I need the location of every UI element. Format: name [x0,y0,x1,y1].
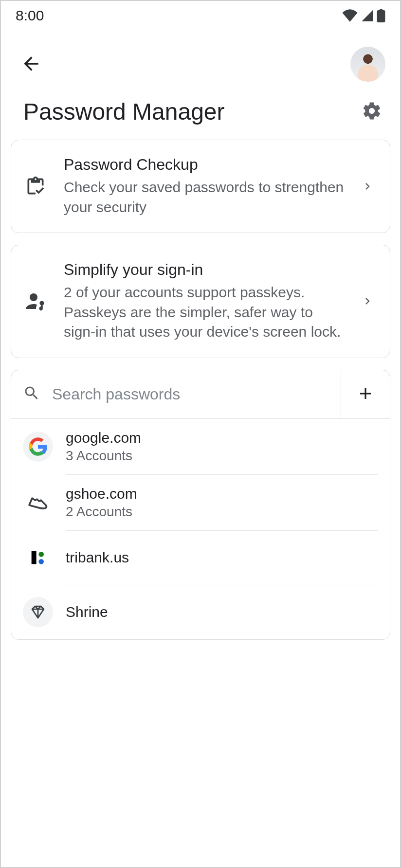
search-icon [23,384,40,404]
tribank-icon [23,542,53,573]
add-password-button[interactable] [341,370,390,418]
gear-icon [362,101,382,123]
search-area[interactable] [11,370,341,418]
title-row: Password Manager [1,98,400,140]
wifi-icon [342,9,358,22]
site-name: Shrine [66,604,378,620]
arrow-back-icon [20,53,42,76]
site-item-shrine[interactable]: Shrine [11,585,390,639]
site-name: gshoe.com [66,486,378,502]
chevron-right-icon [359,180,376,193]
cellular-icon [361,9,374,22]
passkeys-title: Simplify your sign-in [64,261,345,279]
diamond-icon [23,597,53,627]
site-item-tribank[interactable]: tribank.us [11,530,390,585]
chevron-right-icon [359,294,376,308]
search-input[interactable] [52,385,329,403]
status-time: 8:00 [16,7,44,24]
site-item-gshoe[interactable]: gshoe.com 2 Accounts [11,474,390,530]
site-name: google.com [66,430,378,446]
svg-point-4 [38,559,44,564]
passkeys-card[interactable]: Simplify your sign-in 2 of your accounts… [11,245,390,358]
account-avatar[interactable] [350,47,385,82]
site-sub: 2 Accounts [66,504,378,520]
clipboard-check-icon [21,176,50,197]
settings-button[interactable] [359,99,384,125]
svg-point-0 [30,293,37,301]
svg-rect-2 [32,551,36,564]
passkeys-desc: 2 of your accounts support passkeys. Pas… [64,283,345,342]
back-button[interactable] [18,52,44,77]
site-name: tribank.us [66,549,378,566]
page-title: Password Manager [23,98,225,125]
status-bar: 8:00 [1,1,400,30]
shoe-icon [23,487,53,517]
checkup-title: Password Checkup [64,156,345,174]
plus-icon [356,384,375,404]
password-list-card: google.com 3 Accounts gshoe.com 2 Accoun… [11,370,390,640]
google-icon [23,432,53,462]
svg-point-3 [38,552,44,557]
checkup-desc: Check your saved passwords to strengthen… [64,178,345,217]
battery-icon [377,9,385,22]
person-key-icon [21,289,50,313]
site-sub: 3 Accounts [66,448,378,464]
password-checkup-card[interactable]: Password Checkup Check your saved passwo… [11,140,390,233]
status-icons [342,9,385,22]
search-row [11,370,390,419]
site-item-google[interactable]: google.com 3 Accounts [11,419,390,474]
app-bar [1,30,400,98]
